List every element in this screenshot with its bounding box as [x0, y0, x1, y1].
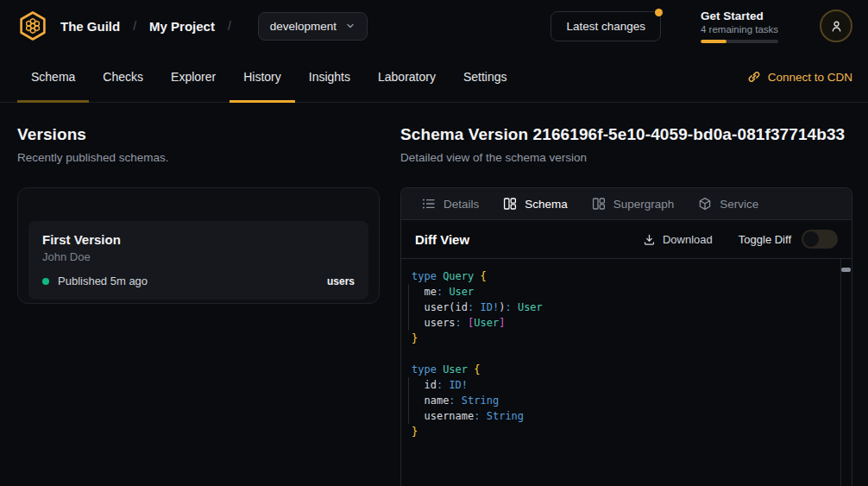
code-line: me: User [401, 284, 840, 300]
notification-dot [655, 9, 663, 16]
version-detail-panel: DetailsSchemaSupergraphService Diff View… [400, 187, 852, 486]
switch-knob [803, 231, 819, 247]
get-started-progress-bar [701, 40, 778, 43]
version-name: First Version [42, 232, 355, 247]
get-started-progress-fill [701, 40, 726, 43]
code-line: type Query { [401, 268, 840, 284]
person-icon [829, 19, 844, 34]
code-line [401, 346, 840, 362]
version-list-item[interactable]: First Version John Doe Published 5m ago … [28, 221, 368, 300]
code-scrollbar-track[interactable] [840, 259, 852, 486]
download-label: Download [663, 233, 713, 246]
detail-tab-details[interactable]: Details [410, 188, 491, 219]
nav-tab-insights[interactable]: Insights [295, 52, 364, 102]
hive-logo-icon[interactable] [16, 9, 50, 43]
graphql-code: type Query { me: User user(id: ID!): Use… [401, 268, 840, 439]
code-line: id: ID! [401, 377, 840, 393]
code-line: users: [User] [401, 315, 840, 331]
nav-tab-laboratory[interactable]: Laboratory [364, 52, 450, 102]
version-meta-row: Published 5m ago users [42, 275, 355, 287]
toggle-diff-switch[interactable] [802, 230, 838, 249]
code-scrollbar-thumb[interactable] [841, 268, 851, 272]
version-detail-column: Schema Version 2166196f-5e10-4059-bd0a-0… [400, 125, 852, 485]
code-line: } [401, 424, 840, 439]
latest-changes-label: Latest changes [566, 20, 645, 33]
detail-tab-service[interactable]: Service [686, 188, 771, 219]
user-avatar[interactable] [820, 9, 852, 42]
detail-tabs: DetailsSchemaSupergraphService [401, 188, 852, 220]
detail-tab-label: Schema [525, 198, 568, 211]
connect-to-cdn-button[interactable]: Connect to CDN [747, 52, 852, 102]
versions-list: First Version John Doe Published 5m ago … [17, 187, 380, 304]
schema-code-viewer[interactable]: type Query { me: User user(id: ID!): Use… [401, 259, 852, 486]
detail-tab-label: Service [720, 198, 758, 211]
get-started-title: Get Started [701, 9, 778, 22]
connect-to-cdn-label: Connect to CDN [768, 71, 852, 84]
download-icon [643, 233, 656, 246]
columns-icon [592, 197, 606, 211]
detail-tab-label: Supergraph [613, 198, 675, 211]
code-line: type User { [401, 362, 840, 377]
version-author: John Doe [42, 250, 355, 263]
nav-tab-settings[interactable]: Settings [450, 52, 521, 102]
toggle-diff-label: Toggle Diff [739, 233, 791, 246]
breadcrumb-separator: / [133, 19, 136, 33]
org-breadcrumb-link[interactable]: The Guild [60, 19, 120, 34]
diff-view-title: Diff View [415, 232, 469, 247]
detail-tab-label: Details [443, 198, 479, 211]
chevron-down-icon [345, 21, 355, 31]
cube-icon [698, 197, 712, 211]
columns-icon [503, 197, 517, 211]
target-nav: SchemaChecksExplorerHistoryInsightsLabor… [0, 52, 868, 103]
nav-tab-checks[interactable]: Checks [89, 52, 157, 102]
published-status-dot [42, 278, 49, 285]
target-selector-dropdown[interactable]: development [258, 12, 368, 41]
versions-title: Versions [17, 125, 380, 144]
toggle-diff-control: Toggle Diff [739, 230, 838, 249]
schema-version-subtitle: Detailed view of the schema version [400, 151, 852, 164]
target-selector-value: development [270, 20, 337, 33]
versions-subtitle: Recently published schemas. [17, 151, 380, 164]
version-service-badge: users [327, 275, 355, 287]
code-line: name: String [401, 393, 840, 408]
detail-tab-supergraph[interactable]: Supergraph [580, 188, 687, 219]
detail-tab-schema[interactable]: Schema [491, 188, 580, 219]
nav-tab-history[interactable]: History [230, 52, 295, 102]
download-button[interactable]: Download [643, 233, 713, 246]
get-started-widget[interactable]: Get Started 4 remaining tasks [701, 9, 778, 43]
main-content: Versions Recently published schemas. Fir… [0, 103, 868, 485]
nav-tab-explorer[interactable]: Explorer [157, 52, 230, 102]
app-header: The Guild / My Project / development Lat… [0, 0, 868, 52]
latest-changes-button[interactable]: Latest changes [550, 11, 661, 41]
breadcrumb-separator: / [228, 19, 231, 33]
code-line: username: String [401, 408, 840, 424]
link-icon [747, 70, 761, 84]
get-started-subtitle: 4 remaining tasks [701, 24, 778, 35]
code-line: } [401, 331, 840, 346]
diff-toolbar: Diff View Download Toggle Diff [401, 220, 852, 259]
nav-tab-schema[interactable]: Schema [17, 52, 89, 102]
nav-tabs: SchemaChecksExplorerHistoryInsightsLabor… [17, 52, 521, 102]
version-status: Published 5m ago [58, 275, 148, 287]
code-line: user(id: ID!): User [401, 300, 840, 315]
project-breadcrumb-link[interactable]: My Project [149, 19, 215, 34]
schema-version-title: Schema Version 2166196f-5e10-4059-bd0a-0… [400, 125, 852, 144]
versions-column: Versions Recently published schemas. Fir… [0, 125, 400, 485]
list-icon [422, 197, 436, 211]
